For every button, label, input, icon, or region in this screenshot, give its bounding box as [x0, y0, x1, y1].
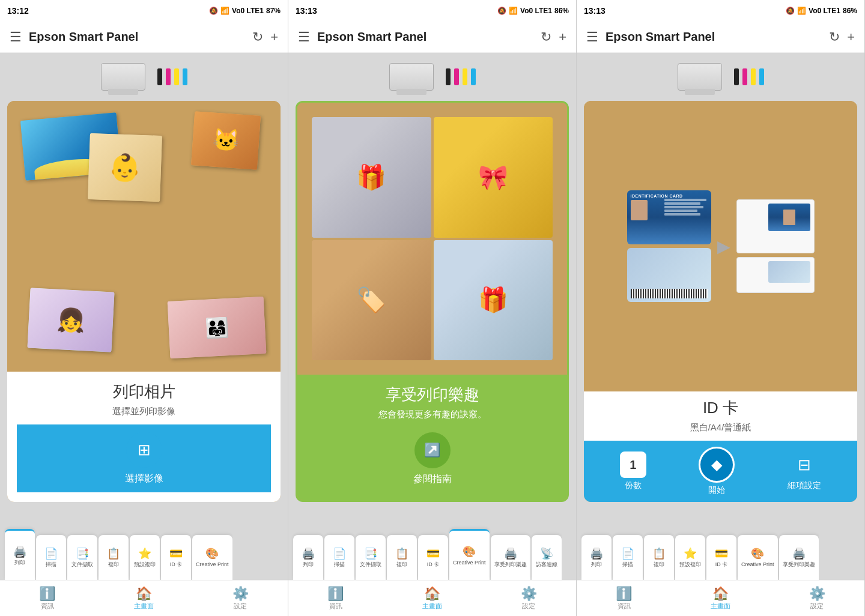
diamond-icon: ◆ — [711, 456, 722, 473]
tab-visitor-2[interactable]: 📡 訪客連線 — [532, 535, 562, 580]
wifi-icon-1: 📶 — [220, 7, 229, 15]
tab-fun-2[interactable]: 🖨️ 享受列印樂趣 — [491, 535, 530, 580]
tab-copy-1[interactable]: 📋 複印 — [99, 535, 129, 580]
nav-settings-2[interactable]: ⚙️ 設定 — [514, 584, 544, 613]
guide-label: 參閱指南 — [413, 473, 452, 486]
nav-info-label-3: 資訊 — [618, 602, 631, 611]
tab-doc-1[interactable]: 📑 文件擷取 — [67, 535, 97, 580]
tab-preset-3[interactable]: ⭐ 預設複印 — [675, 535, 705, 580]
tab-creative-2[interactable]: 🎨 Creative Print — [449, 529, 490, 580]
bottom-tabs-3: 🖨️ 列印 📄 掃描 📋 複印 ⭐ 預設複印 💳 ID 卡 🎨 Creat — [577, 502, 864, 580]
nav-settings-3[interactable]: ⚙️ 設定 — [802, 584, 833, 613]
card-bottom-1: 列印相片 選擇並列印影像 ⊞ 選擇影像 — [7, 372, 281, 502]
copies-value[interactable]: 1 — [620, 451, 646, 478]
bottom-nav-1: ℹ️ 資訊 🏠 主畫面 ⚙️ 設定 — [0, 580, 288, 616]
nav-home-2[interactable]: 🏠 主畫面 — [415, 584, 449, 613]
id-print-preview-front — [736, 199, 815, 253]
time-3: 13:13 — [584, 6, 606, 16]
id-card-right — [736, 199, 815, 293]
nav-info-1[interactable]: ℹ️ 資訊 — [32, 584, 62, 613]
main-card-3[interactable]: IDENTIFICATION CARD — [584, 101, 857, 502]
arrow-right-icon: ▶ — [717, 237, 730, 256]
nav-settings-1[interactable]: ⚙️ 設定 — [225, 584, 256, 613]
ink-black-3 — [734, 68, 739, 85]
select-image-button[interactable]: ⊞ — [126, 432, 162, 468]
settings-control: ⊟ 細項設定 — [788, 451, 821, 491]
refresh-icon-2[interactable]: ↻ — [541, 29, 551, 45]
refresh-icon-3[interactable]: ↻ — [829, 29, 840, 45]
guide-button[interactable]: ↗️ — [414, 432, 451, 468]
nav-settings-label-3: 設定 — [810, 602, 824, 611]
tab-copy-3[interactable]: 📋 複印 — [644, 535, 674, 580]
tab-scan-3[interactable]: 📄 掃描 — [613, 535, 643, 580]
settings-icon-2: ⚙️ — [521, 586, 537, 602]
signal-text-2: Vo0 LTE1 — [520, 7, 552, 15]
main-card-2[interactable]: 🎁 🎀 🏷️ 🎁 享受列印樂趣 您會發現更多有趣的訣竅。 ↗️ — [296, 101, 569, 502]
tab-print-3[interactable]: 🖨️ 列印 — [581, 535, 612, 580]
preset-tab-icon-1: ⭐ — [138, 547, 151, 560]
tab-print-2[interactable]: 🖨️ 列印 — [293, 535, 323, 580]
settings-ctrl-label: 細項設定 — [788, 480, 821, 491]
ink-indicators-1 — [157, 68, 187, 85]
nav-home-1[interactable]: 🏠 主畫面 — [127, 584, 161, 613]
tab-creative-1[interactable]: 🎨 Creative Print — [192, 535, 232, 580]
tab-creative-3[interactable]: 🎨 Creative Print — [738, 535, 778, 580]
id-tab-icon-3: 💳 — [715, 547, 728, 560]
id-card-left: IDENTIFICATION CARD — [627, 190, 711, 302]
nav-info-2[interactable]: ℹ️ 資訊 — [320, 584, 351, 613]
home-icon-2: 🏠 — [424, 586, 440, 602]
start-button[interactable]: ◆ — [699, 447, 735, 483]
tab-preset-1[interactable]: ⭐ 預設複印 — [130, 535, 160, 580]
refresh-icon-1[interactable]: ↻ — [252, 29, 263, 45]
battery-3: 86% — [843, 7, 857, 15]
tab-id-1[interactable]: 💳 ID 卡 — [161, 535, 191, 580]
top-bar-2: ☰ Epson Smart Panel ↻ + — [288, 22, 576, 53]
nav-info-3[interactable]: ℹ️ 資訊 — [609, 584, 639, 613]
card-subtitle-2: 您會發現更多有趣的訣竅。 — [307, 409, 557, 420]
menu-icon-2[interactable]: ☰ — [298, 29, 310, 45]
tab-doc-2[interactable]: 📑 文件擷取 — [356, 535, 386, 580]
signal-text-1: Vo0 LTE1 — [232, 7, 264, 15]
tab-fun-3[interactable]: 🖨️ 享受列印樂趣 — [779, 535, 819, 580]
settings-icon-ctrl[interactable]: ⊟ — [791, 451, 818, 478]
tab-copy-2[interactable]: 📋 複印 — [387, 535, 417, 580]
top-bar-3: ☰ Epson Smart Panel ↻ + — [577, 22, 864, 53]
ink-magenta-3 — [742, 68, 747, 85]
tab-id-3[interactable]: 💳 ID 卡 — [706, 535, 736, 580]
info-icon-1: ℹ️ — [39, 586, 55, 602]
ink-yellow-1 — [174, 68, 179, 85]
add-icon-1[interactable]: + — [270, 29, 278, 45]
tab-scan-2[interactable]: 📄 掃描 — [324, 535, 354, 580]
copy-tab-icon-2: 📋 — [395, 547, 408, 560]
grid-cell-2: 🎀 — [434, 117, 553, 238]
ink-indicators-2 — [446, 68, 476, 85]
copy-tab-label-3: 複印 — [654, 561, 664, 568]
bottom-nav-3: ℹ️ 資訊 🏠 主畫面 ⚙️ 設定 — [577, 580, 864, 616]
mute-icon-1: 🔕 — [209, 7, 218, 15]
tab-id-2[interactable]: 💳 ID 卡 — [418, 535, 448, 580]
creative-tab-label-1: Creative Print — [196, 561, 229, 568]
battery-1: 87% — [266, 7, 281, 15]
id-card-title-text: IDENTIFICATION CARD — [631, 194, 708, 198]
add-icon-3[interactable]: + — [847, 29, 855, 45]
copy-tab-icon-3: 📋 — [652, 547, 666, 560]
printer-area-2 — [288, 53, 576, 101]
tab-scan-1[interactable]: 📄 掃描 — [36, 535, 66, 580]
creative-tab-label-2: Creative Print — [453, 560, 486, 566]
menu-icon-1[interactable]: ☰ — [10, 29, 22, 45]
add-icon-2[interactable]: + — [559, 29, 566, 45]
grid-icon: ⊞ — [138, 441, 151, 459]
battery-2: 86% — [554, 7, 569, 15]
main-card-1[interactable]: 🐱 👶 👧 👨‍👩‍👧 — [7, 101, 281, 502]
card-image-area-2: 🎁 🎀 🏷️ 🎁 — [297, 103, 567, 375]
print-tab-label-1: 列印 — [14, 560, 25, 566]
printer-area-3 — [577, 53, 864, 101]
doc-tab-label-2: 文件擷取 — [360, 561, 381, 568]
fun-tab-label-2: 享受列印樂趣 — [494, 561, 527, 568]
tab-print-1[interactable]: 🖨️ 列印 — [5, 529, 35, 580]
menu-icon-3[interactable]: ☰ — [586, 29, 598, 45]
visitor-tab-label-2: 訪客連線 — [536, 561, 557, 568]
printer-1 — [101, 63, 145, 91]
creative-grid: 🎁 🎀 🏷️ 🎁 — [307, 112, 557, 365]
nav-home-3[interactable]: 🏠 主畫面 — [703, 584, 738, 613]
